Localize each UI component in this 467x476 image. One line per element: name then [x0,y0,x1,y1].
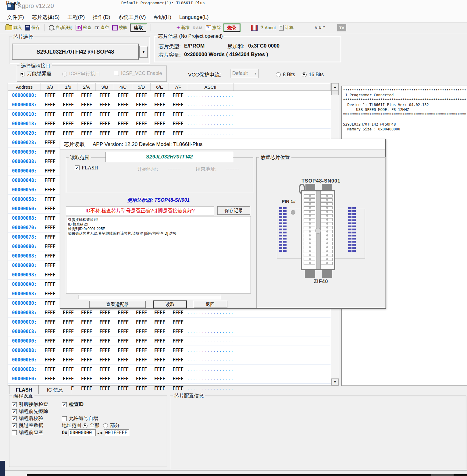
hex-cell: FFFF [77,367,96,372]
chip-select-combobox[interactable]: S29JL032H70TFI42 @TSOP48 [12,44,139,60]
table-row[interactable]: 000000E0:FFFFFFFFFFFFFFFFFFFFFFFFFFFFFFF… [8,355,331,365]
addr-to-input[interactable]: 001FFFFF [104,429,129,436]
logic-gate-button[interactable]: A—&—Y [315,26,325,29]
tv-button[interactable]: TV [337,24,346,31]
hex-cell: FFFF [41,300,59,306]
id-icon: ID [76,25,82,30]
view-adapter-button[interactable]: 查看适配器 [89,301,146,308]
checksum-label: 累加和: [227,43,244,50]
hex-cell: FFFF [169,130,187,136]
verify-after-checkbox[interactable]: ✓编程后校验 [12,415,43,422]
table-row[interactable]: 000000C0:FFFFFFFFFFFFFFFFFFFFFFFFFFFFFFF… [8,318,331,327]
socket-pin [321,202,333,205]
icsp-radio[interactable]: ICSP串行接口 [62,71,100,77]
toolbar: 载入 保存 自动识别 ID检查 FF查空 校验 读取 +新增 RAM 擦除 烧录… [0,22,467,33]
dialog-back-button[interactable]: 返回 [193,301,227,308]
blank-check-button[interactable]: FF查空 [94,25,109,30]
auto-identify-button[interactable]: 自动识别 [49,25,73,30]
menu-item-2[interactable]: 工程(P) [63,12,89,22]
hex-cell: FFFF [96,102,114,108]
save-button[interactable]: 保存 [25,25,40,30]
menu-item-3[interactable]: 操作(D) [89,12,114,22]
menu-item-6[interactable]: Language(L) [175,12,212,22]
burn-button[interactable]: 烧录 [224,24,240,32]
scroll-down-button[interactable]: ▼ [331,378,339,385]
toolbar-separator [44,24,45,31]
table-row[interactable]: 000000D0:FFFFFFFFFFFFFFFFFFFFFFFFFFFFFFF… [8,336,331,346]
hex-cell: FFFF [151,348,169,353]
load-button[interactable]: 载入 [5,25,22,30]
table-row[interactable]: 000000F0:FFFFFFFFFFFFFFFFFFFFFFFFFFFFFFF… [8,374,331,384]
hex-cell: FFFF [132,112,151,117]
status-programmer: Default Programmer(1): TL866II-Plus [121,1,205,5]
log-line: Device 1: TL866II-Plus Ver: 04.02.132 [343,102,465,107]
socket-radio[interactable]: 万能锁紧座 [20,71,52,77]
menu-item-0[interactable]: 文件(F) [3,12,28,22]
table-row[interactable]: 00000008:FFFFFFFFFFFFFFFFFFFFFFFFFFFFFFF… [8,100,331,110]
table-row[interactable]: 00000000:FFFFFFFFFFFFFFFFFFFFFFFFFFFFFFF… [8,91,331,100]
hex-column-header: ASCII [187,83,234,91]
hex-cell: FFFF [132,338,151,344]
menu-item-1[interactable]: 芯片选择(S) [28,12,64,22]
table-row[interactable]: 00000010:FFFFFFFFFFFFFFFFFFFFFFFFFFFFFFF… [8,110,331,119]
menu-item-5[interactable]: 帮助(H) [150,12,175,22]
hex-cell: FFFF [77,112,96,117]
blank-before-checkbox[interactable]: 编程前查空 [12,429,43,436]
dialog-read-button[interactable]: 读取 [153,300,187,308]
auto-sn-checkbox[interactable]: 允许编号自增 [62,415,98,422]
table-row[interactable]: 000000D8:FFFFFFFFFFFFFFFFFFFFFFFFFFFFFFF… [8,346,331,355]
ram-button[interactable]: RAM [193,26,203,30]
addr-part-radio[interactable] [103,423,108,428]
hex-cell: FFFF [41,319,59,325]
erase-before-checkbox[interactable]: ✓编程前先擦除 [12,408,48,415]
hex-cell: FFFF [96,93,114,98]
tab-flash[interactable]: FLASH [9,385,39,394]
add-button[interactable]: +新增 [176,24,190,31]
read-button[interactable]: 读取 [130,24,146,32]
bits8-radio[interactable]: 8 Bits [276,72,295,77]
vcc-combobox[interactable]: Default ▼ [230,69,259,78]
pin-check-checkbox[interactable]: ✓引脚接触检查 [12,401,48,408]
scroll-thumb[interactable] [331,90,339,95]
socket-group-label: 放置芯片位置 [259,155,291,161]
skip-blank-checkbox[interactable]: ✓跳过空数据 [12,422,43,429]
hex-cell: FFFF [151,310,169,315]
ascii-cell: ................ [187,311,234,315]
checkbox-icon: ✓ [75,165,80,170]
table-row[interactable]: 00000020:FFFFFFFFFFFFFFFFFFFFFFFFFFFFFFF… [8,129,331,138]
dialog-title-bar[interactable]: 芯片读取 APP Version: 12.20 Device Model: TL… [60,139,385,150]
hex-cell: FFFF [96,310,114,315]
hex-column-header: 7/F [169,83,187,91]
scroll-up-button[interactable]: ▲ [331,83,339,90]
socket-pin [304,210,315,213]
dialog-log-line: ID 检查错误! [68,222,249,227]
chip-select-dropdown-button[interactable]: ▼ [139,46,148,58]
table-row[interactable]: 000000E8:FFFFFFFFFFFFFFFFFFFFFFFFFFFFFFF… [8,365,331,374]
tab-ic-info[interactable]: IC 信息 [38,386,71,394]
erase-button[interactable]: 擦除 [206,25,221,30]
icsp-vcc-checkbox[interactable]: ICSP_VCC Enable [114,71,162,76]
table-row[interactable]: 000000B8:FFFFFFFFFFFFFFFFFFFFFFFFFFFFFFF… [8,308,331,318]
checkbox-icon: ✓ [12,409,17,414]
hex-cell: FFFF [96,385,114,391]
table-row[interactable]: 000000C8:FFFFFFFFFFFFFFFFFFFFFFFFFFFFFFF… [8,327,331,336]
save-log-button[interactable]: 保存记录 [217,206,250,215]
hex-column-header: 0/8 [41,83,59,91]
flash-checkbox[interactable]: ✓FLASH [75,165,98,171]
check-id-checkbox[interactable]: ✓检查ID [62,401,84,408]
hex-cell: FFFF [59,112,77,117]
read-range-label: 读取范围 [69,155,91,161]
interface-group-label: 选择编程接口 [20,63,52,69]
addr-all-radio[interactable] [83,423,87,428]
verify-button[interactable]: 校验 [112,25,127,30]
bits16-radio[interactable]: 16 Bits [302,72,324,77]
menu-item-4[interactable]: 系统工具(V) [114,12,150,22]
adapter-text: 使用适配器: TSOP48-SN001 [66,197,251,204]
checksum-value: 0x3FC0 0000 [248,43,280,49]
about-button[interactable]: ?About [261,25,276,30]
addr-from-input[interactable]: 00000000 [69,429,96,436]
id-check-button[interactable]: ID检查 [76,25,91,30]
table-row[interactable]: 00000018:FFFFFFFFFFFFFFFFFFFFFFFFFFFFFFF… [8,119,331,129]
chip-pins-button[interactable] [251,25,258,31]
calculator-button[interactable]: 计算 [279,25,294,30]
